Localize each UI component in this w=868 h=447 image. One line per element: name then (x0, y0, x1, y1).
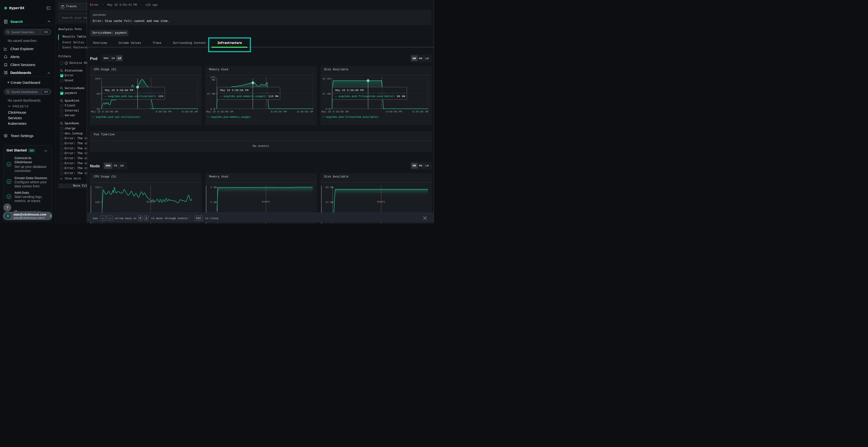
svg-text:16%: 16% (95, 201, 100, 204)
svg-text:1 GB: 1 GB (210, 201, 217, 204)
svg-text:Event: Event (147, 200, 155, 203)
svg-text:Event: Event (262, 200, 270, 203)
svg-text:32%: 32% (95, 186, 100, 189)
svg-text:3 GB: 3 GB (210, 186, 217, 189)
svg-text:Event: Event (377, 200, 385, 203)
svg-text:93 GB: 93 GB (326, 186, 334, 189)
svg-text:47 GB: 47 GB (326, 201, 334, 204)
